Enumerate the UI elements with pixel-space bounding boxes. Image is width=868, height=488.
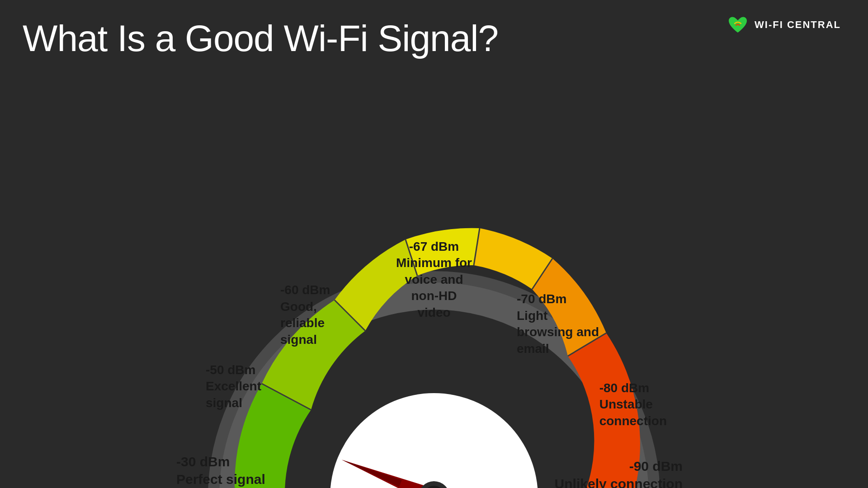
- label-neg60: -60 dBm Good, reliable signal: [280, 282, 330, 348]
- label-neg30: -30 dBm Perfect signal: [176, 453, 265, 488]
- label-neg50: -50 dBm Excellent signal: [206, 362, 261, 411]
- logo-text: WI-FI CENTRAL: [755, 19, 841, 31]
- page-title: What Is a Good Wi-Fi Signal?: [23, 18, 498, 59]
- logo-area: WI-FI CENTRAL: [726, 14, 841, 36]
- label-neg90: -90 dBm Unlikely connection: [555, 457, 683, 488]
- gauge-center-circle: [330, 393, 538, 488]
- label-neg70: -70 dBm Light browsing and email: [517, 291, 599, 357]
- label-neg80: -80 dBm Unstable connection: [599, 380, 667, 429]
- label-neg67: -67 dBm Minimum for voice and non-HD vid…: [396, 239, 472, 321]
- wifi-central-logo-icon: [726, 14, 749, 36]
- svg-point-0: [737, 26, 739, 28]
